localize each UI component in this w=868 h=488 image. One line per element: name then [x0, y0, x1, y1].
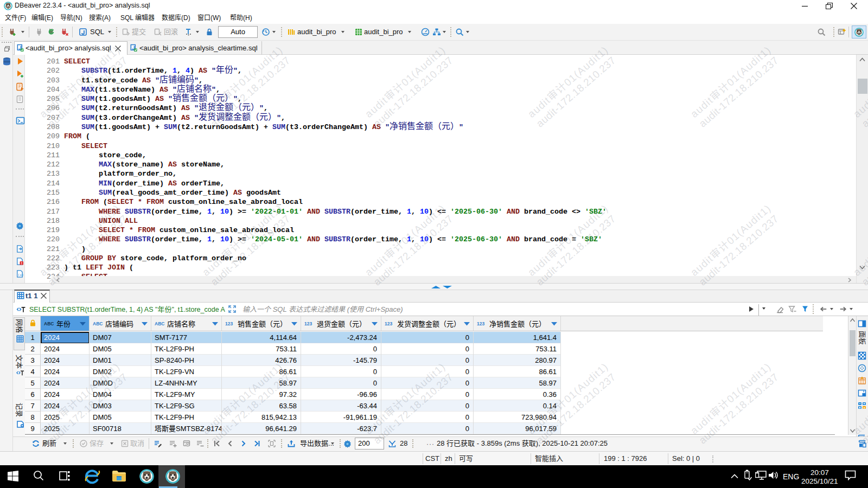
svg-text:(x): (x): [18, 273, 24, 277]
